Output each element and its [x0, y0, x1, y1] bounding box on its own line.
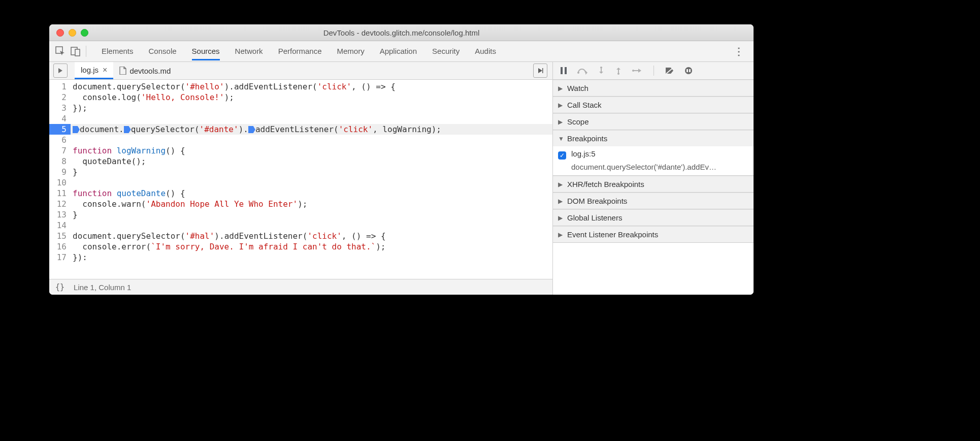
window-title: DevTools - devtools.glitch.me/console/lo…	[49, 28, 754, 37]
checkbox-icon[interactable]: ✓	[558, 151, 566, 160]
line-number[interactable]: 3	[49, 103, 71, 113]
tab-network[interactable]: Network	[235, 43, 263, 60]
disclosure-triangle-icon: ▶	[558, 85, 563, 92]
line-number[interactable]: 7	[49, 145, 71, 156]
tab-audits[interactable]: Audits	[475, 43, 496, 60]
line-number[interactable]: 17	[49, 252, 71, 263]
section-breakpoints[interactable]: ▼Breakpoints	[553, 130, 754, 146]
code-line[interactable]: function logWarning() {	[71, 145, 552, 156]
pause-icon[interactable]	[560, 67, 567, 75]
step-into-icon[interactable]	[598, 67, 605, 75]
line-number[interactable]: 8	[49, 156, 71, 167]
step-over-icon[interactable]	[577, 67, 587, 75]
code-line[interactable]: console.error(`I'm sorry, Dave. I'm afra…	[71, 241, 552, 252]
code-line[interactable]	[71, 135, 552, 145]
line-number[interactable]: 1	[49, 81, 71, 92]
section-title: Watch	[567, 84, 589, 92]
line-number[interactable]: 9	[49, 167, 71, 177]
line-number[interactable]: 4	[49, 113, 71, 124]
section-title: Scope	[567, 117, 589, 126]
line-number[interactable]: 14	[49, 220, 71, 231]
line-number[interactable]: 2	[49, 92, 71, 103]
tab-console[interactable]: Console	[149, 43, 177, 60]
tab-application[interactable]: Application	[380, 43, 417, 60]
breakpoint-item[interactable]: ✓log.js:5document.querySelector('#dante'…	[558, 149, 748, 171]
code-area[interactable]: document.querySelector('#hello').addEven…	[71, 80, 552, 279]
svg-rect-2	[75, 49, 80, 56]
inspect-element-icon[interactable]	[55, 46, 66, 56]
run-snippet-button[interactable]	[533, 64, 547, 78]
section-scope[interactable]: ▶Scope	[553, 113, 754, 130]
pause-on-exceptions-icon[interactable]	[684, 67, 693, 75]
more-menu-icon[interactable]: ⋮	[734, 45, 744, 57]
code-line[interactable]: quoteDante();	[71, 156, 552, 167]
tab-memory[interactable]: Memory	[337, 43, 365, 60]
file-tab-label: devtools.md	[129, 67, 171, 75]
disclosure-triangle-icon: ▶	[558, 231, 563, 238]
tab-elements[interactable]: Elements	[102, 43, 134, 60]
section-title: Global Listeners	[567, 213, 622, 222]
show-navigator-button[interactable]	[53, 64, 68, 78]
disclosure-triangle-icon: ▶	[558, 198, 563, 205]
device-toggle-icon[interactable]	[71, 46, 81, 56]
code-line[interactable]: document.querySelector('#hello').addEven…	[71, 81, 552, 92]
code-line[interactable]	[71, 113, 552, 124]
step-out-icon[interactable]	[615, 67, 622, 75]
line-number[interactable]: 11	[49, 188, 71, 199]
section-xhr-fetch-breakpoints[interactable]: ▶XHR/fetch Breakpoints	[553, 176, 754, 192]
svg-rect-5	[565, 67, 567, 74]
tab-performance[interactable]: Performance	[278, 43, 322, 60]
line-number[interactable]: 12	[49, 199, 71, 209]
section-watch[interactable]: ▶Watch	[553, 80, 754, 96]
code-line[interactable]: console.warn('Abandon Hope All Ye Who En…	[71, 199, 552, 209]
panel-body: log.js × devtools.md 1234567891011121314…	[49, 62, 754, 295]
section-global-listeners[interactable]: ▶Global Listeners	[553, 209, 754, 226]
file-tab-label: log.js	[81, 66, 99, 74]
panel-tabs: Elements Console Sources Network Perform…	[102, 43, 734, 60]
breakpoint-snippet: document.querySelector('#dante').addEv…	[558, 160, 748, 171]
file-tab-log-js[interactable]: log.js ×	[75, 62, 113, 79]
code-line[interactable]: function quoteDante() {	[71, 188, 552, 199]
line-number[interactable]: 10	[49, 177, 71, 188]
code-line[interactable]: }):	[71, 252, 552, 263]
code-line[interactable]: document.querySelector('#dante').addEven…	[71, 124, 552, 135]
section-dom-breakpoints[interactable]: ▶DOM Breakpoints	[553, 193, 754, 209]
code-line[interactable]: document.querySelector('#hal').addEventL…	[71, 231, 552, 241]
svg-point-8	[617, 73, 619, 75]
close-icon[interactable]: ×	[103, 66, 107, 75]
disclosure-triangle-icon: ▶	[558, 102, 563, 109]
deactivate-breakpoints-icon[interactable]	[665, 67, 674, 75]
file-tab-devtools-md[interactable]: devtools.md	[113, 62, 177, 79]
svg-rect-4	[561, 67, 563, 74]
pretty-print-icon[interactable]: {}	[55, 282, 64, 292]
devtools-window: DevTools - devtools.glitch.me/console/lo…	[49, 24, 754, 295]
tab-sources[interactable]: Sources	[192, 43, 220, 60]
line-number[interactable]: 16	[49, 241, 71, 252]
code-line[interactable]: }	[71, 209, 552, 220]
code-line[interactable]	[71, 177, 552, 188]
line-number[interactable]: 6	[49, 135, 71, 145]
svg-rect-3	[542, 68, 543, 73]
step-icon[interactable]	[632, 67, 642, 75]
tab-security[interactable]: Security	[432, 43, 460, 60]
code-editor[interactable]: 1234567891011121314151617 document.query…	[49, 80, 552, 279]
section-title: Event Listener Breakpoints	[567, 230, 658, 239]
svg-point-11	[685, 67, 692, 74]
line-gutter[interactable]: 1234567891011121314151617	[49, 80, 71, 279]
section-title: XHR/fetch Breakpoints	[567, 180, 644, 188]
line-number[interactable]: 5	[49, 124, 71, 135]
breakpoint-label: log.js:5	[571, 149, 596, 158]
disclosure-triangle-icon: ▶	[558, 214, 563, 222]
line-number[interactable]: 15	[49, 231, 71, 241]
code-line[interactable]: console.log('Hello, Console!');	[71, 92, 552, 103]
section-event-listener-breakpoints[interactable]: ▶Event Listener Breakpoints	[553, 226, 754, 242]
file-tabbar: log.js × devtools.md	[49, 62, 552, 80]
code-line[interactable]: });	[71, 103, 552, 113]
section-call-stack[interactable]: ▶Call Stack	[553, 97, 754, 113]
cursor-position: Line 1, Column 1	[74, 283, 131, 292]
line-number[interactable]: 13	[49, 209, 71, 220]
code-line[interactable]	[71, 220, 552, 231]
svg-rect-13	[689, 69, 691, 72]
code-line[interactable]: }	[71, 167, 552, 177]
section-title: DOM Breakpoints	[567, 197, 627, 205]
